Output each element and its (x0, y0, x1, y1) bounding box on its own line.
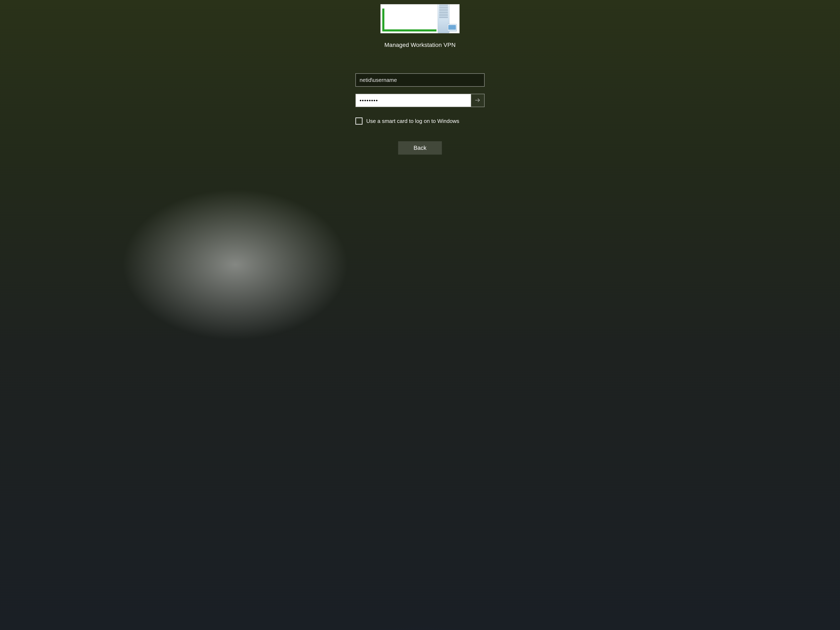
submit-button[interactable] (471, 94, 484, 107)
username-input[interactable] (360, 77, 480, 83)
arrow-right-icon (475, 97, 481, 104)
username-field-wrap (355, 73, 485, 87)
vpn-bracket-graphic (382, 8, 436, 32)
login-title: Managed Workstation VPN (384, 42, 456, 48)
server-icon (434, 4, 457, 33)
password-input[interactable] (356, 94, 471, 107)
smartcard-option[interactable]: Use a smart card to log on to Windows (355, 117, 485, 125)
back-button[interactable]: Back (398, 141, 442, 155)
password-field-wrap (355, 94, 485, 107)
smartcard-checkbox[interactable] (355, 117, 363, 125)
smartcard-label: Use a smart card to log on to Windows (366, 118, 459, 125)
login-panel: Managed Workstation VPN Use a smart card… (353, 4, 487, 155)
vpn-tile (381, 4, 459, 33)
login-screen: Managed Workstation VPN Use a smart card… (0, 0, 840, 630)
